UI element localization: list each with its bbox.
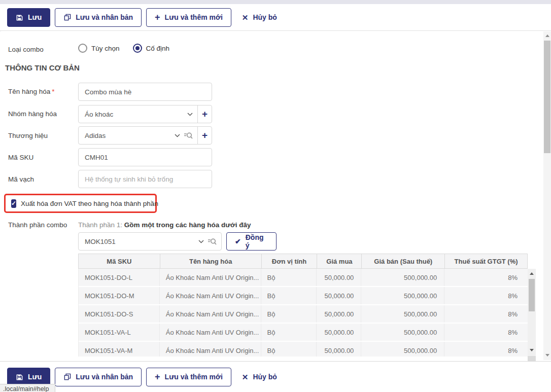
save-icon <box>16 14 23 21</box>
save-duplicate-label: Lưu và nhân bản <box>76 13 133 21</box>
cell-sale-price: 500,000.00 <box>361 305 444 323</box>
search-icon[interactable] <box>184 132 193 139</box>
cell-vat: 8% <box>444 287 528 304</box>
cell-sale-price: 500,000.00 <box>361 324 444 341</box>
add-group-button[interactable]: + <box>197 105 212 123</box>
save-button[interactable]: Lưu <box>7 368 50 386</box>
cell-purchase-price: 50,000.00 <box>317 305 361 323</box>
chevron-down-icon[interactable] <box>187 113 193 116</box>
save-duplicate-button[interactable]: Lưu và nhân bản <box>55 368 142 386</box>
vat-checkbox[interactable]: ✓ <box>11 199 16 208</box>
table-row[interactable]: MOK1051-DO-M Áo Khoác Nam Anti UV Origin… <box>79 287 528 305</box>
column-header[interactable]: Giá mua <box>317 254 362 268</box>
radio-label-fixed: Cố định <box>146 45 170 52</box>
brand-value: Adidas <box>79 132 175 139</box>
barcode-input[interactable] <box>78 170 212 188</box>
column-header[interactable]: Tên hàng hóa <box>160 254 262 268</box>
save-add-new-button[interactable]: + Lưu và thêm mới <box>146 8 231 27</box>
column-header[interactable]: Đơn vị tính <box>262 254 318 268</box>
page-vertical-scrollbar[interactable] <box>543 31 551 360</box>
page-vscroll-thumb[interactable] <box>544 41 550 153</box>
scroll-up-arrow-icon[interactable] <box>545 34 549 37</box>
cancel-label: Hủy bỏ <box>253 373 277 381</box>
cell-vat: 8% <box>444 269 528 286</box>
cell-unit: Bộ <box>261 342 317 357</box>
add-brand-button[interactable]: + <box>197 127 212 144</box>
table-header-row: Mã SKU Tên hàng hóa Đơn vị tính Giá mua … <box>78 254 528 269</box>
cancel-button[interactable]: ✕ Hủy bỏ <box>236 8 283 27</box>
save-add-new-button[interactable]: + Lưu và thêm mới <box>146 368 231 386</box>
combo-type-radio-group: Tùy chọn Cố định <box>78 44 169 53</box>
vat-checkbox-label[interactable]: Xuất hóa đơn VAT theo hàng hóa thành phầ… <box>21 200 158 207</box>
search-icon[interactable] <box>208 238 217 245</box>
table-vscroll-thumb[interactable] <box>529 279 535 311</box>
radio-icon-fixed[interactable] <box>133 44 142 53</box>
close-icon: ✕ <box>242 373 249 381</box>
table-vertical-scrollbar[interactable] <box>528 269 536 361</box>
basic-info-section-title: THÔNG TIN CƠ BẢN <box>5 63 80 72</box>
table-row[interactable]: MOK1051-VA-L Áo Khoác Nam Anti UV Origin… <box>79 324 528 342</box>
save-button[interactable]: Lưu <box>7 8 50 27</box>
confirm-label: Đồng ý <box>246 233 268 250</box>
radio-option-fixed[interactable]: Cố định <box>133 44 170 53</box>
brand-select[interactable]: Adidas + <box>78 126 212 145</box>
component-title: Gồm một trong các hàng hóa dưới đây <box>124 221 251 229</box>
sku-input[interactable] <box>78 148 212 166</box>
column-header[interactable]: Mã SKU <box>79 254 160 268</box>
barcode-label: Mã vạch <box>8 175 34 183</box>
cell-sku: MOK1051-VA-L <box>79 324 160 341</box>
save-duplicate-button[interactable]: Lưu và nhân bản <box>55 8 142 27</box>
cell-purchase-price: 50,000.00 <box>317 269 361 286</box>
save-add-new-label: Lưu và thêm mới <box>165 373 223 381</box>
scrollbar-corner <box>528 356 536 361</box>
plus-icon: + <box>155 372 160 381</box>
scroll-down-arrow-icon[interactable] <box>545 354 549 357</box>
radio-option-custom[interactable]: Tùy chọn <box>78 44 120 53</box>
column-header[interactable]: Thuế suất GTGT (%) <box>445 254 527 268</box>
chevron-down-icon[interactable] <box>175 134 180 137</box>
component-product-value: MOK1051 <box>79 238 198 245</box>
combo-type-label: Loại combo <box>8 46 44 53</box>
save-button-label: Lưu <box>28 373 42 381</box>
top-toolbar: Lưu Lưu và nhân bản + Lưu và thêm mới ✕ … <box>0 4 551 31</box>
cell-name: Áo Khoác Nam Anti UV Origin... <box>160 305 261 323</box>
copy-icon <box>63 14 71 21</box>
component-product-select[interactable]: MOK1051 <box>78 232 222 251</box>
product-name-input[interactable] <box>78 83 212 101</box>
component-prefix: Thành phần 1: <box>78 221 124 229</box>
cell-purchase-price: 50,000.00 <box>317 342 361 357</box>
table-row[interactable]: MOK1051-DO-S Áo Khoác Nam Anti UV Origin… <box>79 305 528 324</box>
table-row[interactable]: MOK1051-DO-L Áo Khoác Nam Anti UV Origin… <box>79 269 528 287</box>
product-name-label: Tên hàng hóa* <box>8 88 55 95</box>
cell-sale-price: 500,000.00 <box>361 342 444 357</box>
check-icon: ✔ <box>235 237 241 245</box>
cell-name: Áo Khoác Nam Anti UV Origin... <box>160 324 261 341</box>
cancel-button[interactable]: ✕ Hủy bỏ <box>236 368 283 386</box>
combo-components-label: Thành phần combo <box>8 221 67 229</box>
product-group-select[interactable]: Áo khoác + <box>78 105 212 123</box>
plus-icon: + <box>155 13 160 22</box>
radio-icon-custom[interactable] <box>78 44 87 53</box>
cell-name: Áo Khoác Nam Anti UV Origin... <box>160 269 261 286</box>
component-heading: Thành phần 1: Gồm một trong các hàng hóa… <box>78 221 251 229</box>
cell-sku: MOK1051-DO-M <box>79 287 160 304</box>
save-icon <box>16 373 23 381</box>
save-duplicate-label: Lưu và nhân bản <box>76 373 133 381</box>
column-header[interactable]: Giá bán (Sau thuế) <box>362 254 445 268</box>
radio-label-custom: Tùy chọn <box>91 45 120 52</box>
form-content: Loại combo Tùy chọn Cố định THÔNG TIN CƠ… <box>0 31 551 361</box>
sku-label: Mã SKU <box>8 154 33 161</box>
cell-sale-price: 500,000.00 <box>361 269 444 286</box>
product-group-value: Áo khoác <box>79 111 187 118</box>
cancel-label: Hủy bỏ <box>253 13 277 21</box>
chevron-down-icon[interactable] <box>198 240 204 243</box>
scroll-down-arrow-icon[interactable] <box>530 349 534 351</box>
confirm-button[interactable]: ✔ Đồng ý <box>226 232 277 251</box>
brand-label: Thương hiệu <box>8 132 48 139</box>
save-button-label: Lưu <box>28 13 42 21</box>
required-asterisk: * <box>52 88 54 95</box>
cell-unit: Bộ <box>261 269 317 286</box>
scroll-up-arrow-icon[interactable] <box>530 272 534 275</box>
bottom-toolbar: Lưu Lưu và nhân bản + Lưu và thêm mới ✕ … <box>0 361 551 392</box>
table-row[interactable]: MOK1051-VA-M Áo Khoác Nam Anti UV Origin… <box>79 342 528 357</box>
